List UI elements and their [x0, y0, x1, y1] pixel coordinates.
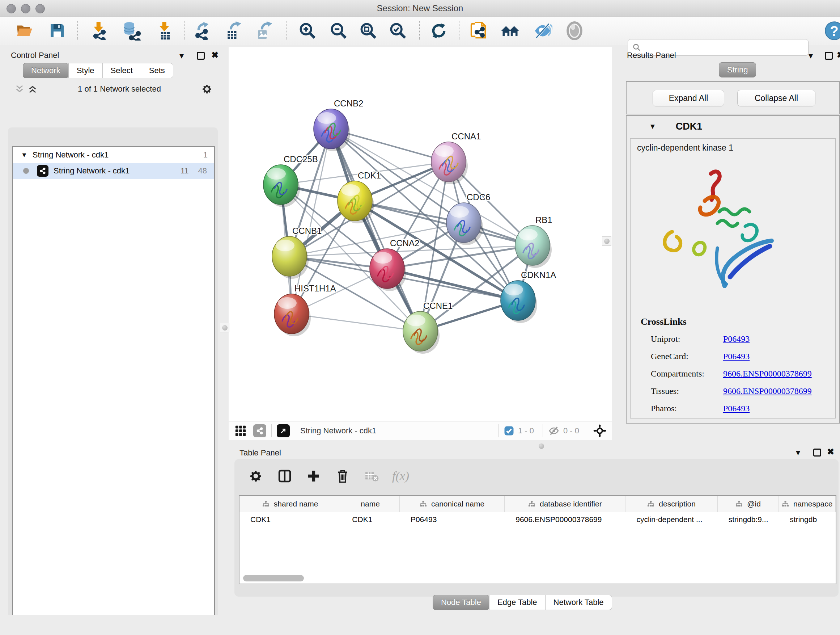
crosslink-label: Uniprot: [651, 334, 723, 344]
import-network-database-icon[interactable] [121, 21, 141, 41]
tab-sets[interactable]: Sets [141, 63, 173, 78]
table-panel-close-icon[interactable]: ✖ [827, 448, 834, 456]
node-table[interactable]: shared namenamecanonical namedatabase id… [239, 495, 836, 584]
expand-all-button[interactable]: Expand All [653, 90, 724, 106]
zoom-selected-icon[interactable] [388, 21, 408, 41]
network-node-CDC6[interactable]: CDC6 [447, 192, 490, 245]
toolbar-separator [77, 21, 78, 40]
toolbar-separator [286, 21, 287, 40]
shared-column-icon [262, 500, 270, 508]
select-columns-icon[interactable] [276, 468, 293, 485]
table-cell: 9606.ENSP00000378699 [505, 515, 625, 524]
first-neighbors-icon[interactable] [500, 21, 520, 41]
results-panel-close-icon[interactable]: ✖ [837, 51, 840, 59]
tab-network-table[interactable]: Network Table [545, 595, 612, 610]
control-panel-float-icon[interactable] [197, 52, 205, 60]
right-splitter-handle[interactable] [602, 236, 611, 246]
results-section-header[interactable]: ▼ CDK1 [627, 121, 839, 132]
table-gear-icon[interactable] [248, 468, 264, 485]
tab-style[interactable]: Style [68, 63, 103, 78]
results-node-content: cyclin-dependent kinase 1 CrossLinks Uni… [630, 138, 836, 418]
network-node-RB1[interactable]: RB1 [515, 215, 553, 268]
column-header-database-identifier[interactable]: database identifier [505, 496, 625, 512]
column-header-canonical-name[interactable]: canonical name [400, 496, 505, 512]
export-image-icon[interactable] [253, 21, 273, 41]
results-panel-float-icon[interactable] [825, 52, 833, 60]
selected-checkbox-icon[interactable] [504, 425, 515, 436]
column-header-description[interactable]: description [625, 496, 717, 512]
tree-expand-icon[interactable]: ▼ [21, 151, 27, 159]
table-panel-menu-icon[interactable]: ▾ [796, 448, 800, 457]
tab-string[interactable]: String [719, 62, 756, 78]
table-row[interactable]: CDK1CDK1P064939606.ENSP00000378699cyclin… [240, 512, 836, 527]
node-label: CCNA2 [390, 238, 419, 248]
tab-select[interactable]: Select [103, 63, 141, 78]
delete-table-icon[interactable] [363, 468, 380, 485]
zoom-out-icon[interactable] [328, 21, 349, 41]
table-hscrollbar[interactable] [243, 575, 829, 582]
network-row[interactable]: String Network - cdk1 11 48 [13, 163, 214, 179]
save-session-icon[interactable] [47, 21, 67, 41]
control-panel-close-icon[interactable]: ✖ [211, 51, 218, 59]
help-icon[interactable]: ? [824, 21, 840, 41]
crosslink-link[interactable]: P06493 [723, 334, 750, 344]
network-collection-row[interactable]: ▼ String Network - cdk1 1 [13, 147, 214, 163]
network-graph[interactable]: CCNB2CCNA1CDC25BCDK1CDC6RB1CCNB1CCNA2CDK… [229, 47, 612, 421]
show-all-hidden-icon[interactable] [564, 21, 584, 41]
network-node-HIST1H1A[interactable]: HIST1H1A [274, 283, 336, 336]
column-header-shared-name[interactable]: shared name [240, 496, 341, 512]
crosslink-link[interactable]: P06493 [723, 352, 750, 361]
open-session-icon[interactable] [14, 21, 35, 41]
column-header-@id[interactable]: @id [718, 496, 779, 512]
crosslink-link[interactable]: 9606.ENSP00000378699 [723, 369, 812, 379]
delete-column-icon[interactable] [334, 468, 351, 485]
import-network-file-icon[interactable] [90, 21, 110, 41]
current-network-title: String Network - cdk1 [300, 426, 376, 435]
crosslink-link[interactable]: P06493 [723, 404, 750, 413]
hidden-eye-icon[interactable] [548, 425, 560, 437]
function-builder-icon[interactable]: f(x) [392, 469, 409, 483]
export-table-icon[interactable] [224, 21, 244, 41]
node-label: CCNB1 [292, 226, 322, 236]
hide-selected-icon[interactable] [532, 21, 553, 41]
zoom-in-icon[interactable] [297, 21, 317, 41]
clone-network-icon[interactable] [469, 21, 489, 41]
export-network-icon[interactable] [193, 21, 213, 41]
left-splitter-handle[interactable] [220, 323, 229, 333]
string-share-icon[interactable] [253, 424, 266, 437]
column-header-name[interactable]: name [341, 496, 400, 512]
network-node-CDK1[interactable]: CDK1 [338, 171, 381, 223]
network-canvas[interactable]: CCNB2CCNA1CDC25BCDK1CDC6RB1CCNB1CCNA2CDK… [229, 47, 612, 421]
gear-icon[interactable] [201, 83, 213, 95]
network-node-CCNA1[interactable]: CCNA1 [431, 131, 481, 184]
expand-all-icon[interactable] [27, 84, 38, 94]
birdseye-grid-icon[interactable] [234, 424, 247, 437]
table-cell: CDK1 [240, 515, 341, 524]
column-header-namespace[interactable]: namespace [779, 496, 836, 512]
crosslink-label: GeneCard: [651, 352, 723, 361]
crosslink-link[interactable]: 9606.ENSP00000378699 [723, 386, 812, 396]
node-label: CCNA1 [452, 131, 481, 141]
table-cell: P06493 [400, 515, 505, 524]
shared-column-icon [528, 500, 535, 508]
section-collapse-icon[interactable]: ▼ [649, 122, 656, 131]
control-panel-menu-icon[interactable]: ▾ [180, 51, 184, 60]
network-node-CDKN1A[interactable]: CDKN1A [501, 270, 556, 323]
zoom-fit-icon[interactable] [358, 21, 378, 41]
tab-network[interactable]: Network [23, 63, 69, 78]
tab-node-table[interactable]: Node Table [433, 595, 489, 610]
scrollbar-thumb[interactable] [243, 575, 304, 581]
collapse-all-icon[interactable] [14, 84, 25, 94]
crosslink-row: Tissues:9606.ENSP00000378699 [651, 382, 835, 400]
add-column-icon[interactable] [305, 468, 322, 485]
open-external-icon[interactable] [277, 424, 290, 437]
tab-edge-table[interactable]: Edge Table [489, 595, 546, 610]
collapse-all-button[interactable]: Collapse All [737, 90, 815, 106]
network-edge-count: 48 [198, 166, 207, 176]
move-crosshair-icon[interactable] [593, 424, 606, 437]
results-buttons-box: Expand All Collapse All [626, 81, 840, 114]
table-panel-float-icon[interactable] [813, 448, 821, 456]
refresh-view-icon[interactable] [429, 21, 449, 41]
import-table-file-icon[interactable] [155, 21, 175, 41]
results-panel-menu-icon[interactable]: ▾ [808, 51, 813, 60]
